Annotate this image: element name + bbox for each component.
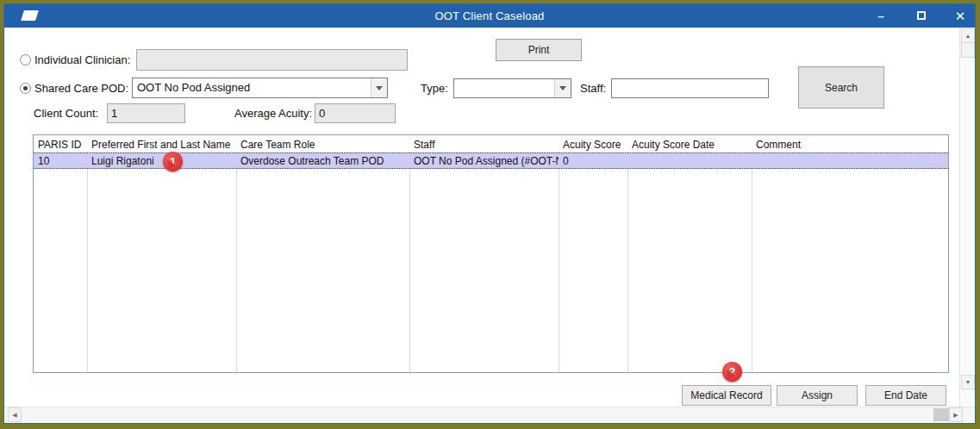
close-button[interactable]: ✕ [946,4,975,28]
scroll-right-icon[interactable]: ▶ [949,407,963,422]
scroll-up-icon[interactable]: ▲ [961,28,975,43]
type-select[interactable] [453,78,571,98]
shared-care-pod-value: OOT No Pod Assigned [137,81,250,94]
assign-button[interactable]: Assign [777,385,858,406]
average-acuity-value [315,103,396,123]
column-header-role[interactable]: Care Team Role [240,139,315,151]
cell-staff: OOT No Pod Assigned (#OOT-N... [414,155,559,167]
cell-acuity-score: 0 [563,155,625,167]
column-header-name[interactable]: Preferred First and Last Name [91,139,230,151]
type-label: Type: [421,82,448,95]
individual-clinician-input[interactable] [136,49,408,71]
chevron-down-icon[interactable] [371,78,387,97]
annotation-badge-2: 2 [722,362,742,382]
scroll-left-icon[interactable]: ◀ [8,407,22,422]
horizontal-scrollbar-thumb[interactable] [933,408,949,421]
scroll-down-icon[interactable]: ▼ [961,375,975,389]
vertical-scrollbar-thumb[interactable] [961,42,975,58]
column-header-paris-id[interactable]: PARIS ID [38,139,81,151]
horizontal-scrollbar[interactable]: ◀ ▶ [4,407,975,422]
cell-paris-id: 10 [38,155,85,167]
column-divider [752,152,752,372]
shared-care-pod-select[interactable]: OOT No Pod Assigned [132,78,388,98]
app-window: OOT Client Caseload – ✕ Individual Clini… [3,3,976,424]
cell-role: Overdose Outreach Team POD [240,155,407,167]
column-header-comment[interactable]: Comment [756,139,801,151]
staff-label: Staff: [580,82,606,95]
shared-care-pod-radio[interactable] [20,83,31,94]
column-divider [559,152,559,372]
chevron-down-icon[interactable] [554,79,571,97]
client-count-label: Client Count: [34,107,98,120]
individual-clinician-radio[interactable] [20,54,31,65]
column-divider [627,152,628,372]
maximize-button[interactable] [907,4,936,28]
average-acuity-label: Average Acuity: [234,107,312,120]
individual-clinician-label: Individual Clinician: [34,53,130,66]
window-title: OOT Client Caseload [4,9,975,22]
staff-input[interactable] [611,78,769,98]
annotation-badge-1: 1 [163,152,183,171]
column-header-acuity-date[interactable]: Acuity Score Date [632,139,715,151]
column-divider [87,152,88,372]
vertical-scrollbar[interactable]: ▲ ▼ [959,28,975,407]
column-divider [236,152,237,372]
minimize-button[interactable]: – [866,4,896,28]
maximize-icon [917,11,926,20]
shared-care-pod-label: Shared Care POD: [34,82,128,95]
column-header-staff[interactable]: Staff [414,139,434,151]
column-divider [409,152,410,372]
column-header-acuity-score[interactable]: Acuity Score [563,139,621,151]
search-button[interactable]: Search [798,66,884,109]
window-frame: OOT Client Caseload – ✕ Individual Clini… [0,0,980,429]
end-date-button[interactable]: End Date [865,385,946,406]
client-count-value [107,103,185,123]
print-button[interactable]: Print [496,39,582,61]
titlebar: OOT Client Caseload – ✕ [4,4,975,28]
medical-record-button[interactable]: Medical Record [682,385,771,406]
